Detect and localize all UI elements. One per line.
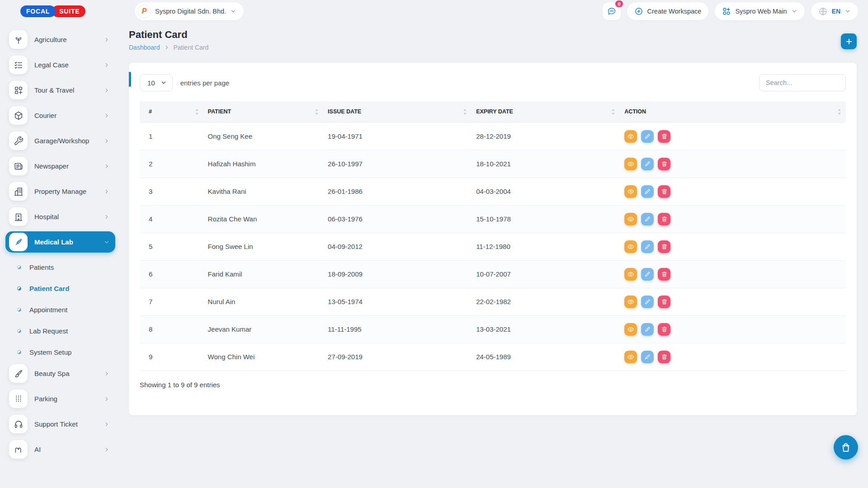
cell-expiry-date: 11-12-1980 — [472, 233, 620, 260]
edit-button[interactable] — [641, 323, 654, 336]
eye-icon — [627, 271, 634, 278]
edit-button[interactable] — [641, 268, 654, 281]
edit-button[interactable] — [641, 213, 654, 225]
sort-icon[interactable] — [837, 108, 841, 115]
view-button[interactable] — [624, 185, 637, 198]
edit-button[interactable] — [641, 351, 654, 363]
table-row: 7Nurul Ain13-05-197422-02-1982 — [140, 288, 846, 315]
column-header-expiry-date: EXPIRY DATE — [476, 108, 513, 115]
row-actions — [624, 288, 841, 315]
add-patient-card-button[interactable] — [841, 33, 857, 49]
page-size-select[interactable]: 10 — [140, 74, 173, 91]
delete-button[interactable] — [658, 351, 670, 363]
view-button[interactable] — [624, 268, 637, 281]
cell-expiry-date: 28-12-2019 — [472, 122, 620, 150]
cell-index: 5 — [140, 233, 203, 260]
delete-button[interactable] — [658, 158, 670, 170]
bullet-icon — [17, 329, 21, 333]
sidebar-item-parking[interactable]: Parking — [5, 388, 115, 409]
sort-icon[interactable] — [195, 108, 199, 115]
sidebar-item-label: Tour & Travel — [34, 86, 104, 94]
pencil-icon — [644, 160, 651, 167]
cell-expiry-date: 13-03-2021 — [472, 315, 620, 343]
sidebar-item-tour-travel[interactable]: Tour & Travel — [5, 80, 115, 101]
edit-button[interactable] — [641, 130, 654, 143]
sidebar-item-beauty-spa[interactable]: Beauty Spa — [5, 363, 115, 384]
brand-logo-primary: FOCAL — [20, 5, 56, 17]
sidebar-item-support-ticket[interactable]: Support Ticket — [5, 413, 115, 435]
sidebar-item-label: Courier — [34, 112, 104, 119]
cell-index: 2 — [140, 150, 203, 178]
delete-button[interactable] — [658, 130, 670, 143]
edit-button[interactable] — [641, 296, 654, 308]
view-button[interactable] — [624, 296, 637, 308]
sidebar-subitem-patients[interactable]: Patients — [5, 257, 115, 278]
entries-per-page-label: entries per page — [180, 79, 229, 87]
cell-index: 9 — [140, 343, 203, 371]
sort-icon[interactable] — [611, 108, 615, 115]
sidebar-item-property-manage[interactable]: Property Manage — [5, 181, 115, 202]
table-body: 1Ong Seng Kee19-04-197128-12-20192Hafiza… — [140, 122, 846, 371]
app-selector[interactable]: Syspro Web Main — [715, 2, 804, 20]
view-button[interactable] — [624, 323, 637, 336]
sidebar-subitem-appointment[interactable]: Appointment — [5, 299, 115, 320]
edit-button[interactable] — [641, 158, 654, 170]
language-selector[interactable]: EN — [811, 2, 858, 20]
patient-card-table: # PATIENT ISSUE DATE EXPIRY DATE ACTION … — [140, 101, 846, 371]
sidebar-item-label: Hospital — [34, 213, 104, 221]
cell-patient: Nurul Ain — [203, 288, 324, 315]
sidebar-item-agriculture[interactable]: Agriculture — [5, 29, 115, 50]
create-workspace-button[interactable]: Create Workspace — [627, 2, 709, 20]
sidebar-item-legal-case[interactable]: Legal Case — [5, 54, 115, 75]
breadcrumb-dashboard-link[interactable]: Dashboard — [129, 44, 160, 51]
hospital-icon — [9, 207, 28, 226]
sidebar-item-medical-lab[interactable]: Medical Lab — [5, 231, 115, 253]
pencil-icon — [644, 188, 651, 195]
trash-icon — [661, 326, 668, 333]
page-title: Patient Card — [129, 29, 208, 41]
sidebar-subitem-lab-request[interactable]: Lab Request — [5, 320, 115, 342]
view-button[interactable] — [624, 158, 637, 170]
sidebar-subitem-system-setup[interactable]: System Setup — [5, 342, 115, 363]
sort-icon[interactable] — [463, 108, 467, 115]
workspace-selector[interactable]: P Syspro Digital Sdn. Bhd. — [135, 2, 244, 20]
cell-issue-date: 13-05-1974 — [323, 288, 472, 315]
sidebar-item-newspaper[interactable]: Newspaper — [5, 155, 115, 177]
view-button[interactable] — [624, 213, 637, 225]
store-fab-button[interactable] — [834, 435, 858, 460]
cell-patient: Rozita Che Wan — [203, 205, 324, 233]
workspace-logo-icon: P — [137, 5, 151, 18]
cell-patient: Ong Seng Kee — [203, 122, 324, 150]
cell-index: 3 — [140, 178, 203, 205]
view-button[interactable] — [624, 130, 637, 143]
sidebar-subitem-label: System Setup — [29, 348, 71, 356]
newspaper-icon — [9, 157, 28, 175]
edit-button[interactable] — [641, 240, 654, 253]
delete-button[interactable] — [658, 268, 670, 281]
delete-button[interactable] — [658, 323, 670, 336]
sidebar-subitem-patient-card[interactable]: Patient Card — [5, 278, 115, 299]
eye-icon — [627, 216, 634, 223]
headset-icon — [9, 415, 28, 433]
bullet-icon — [17, 350, 21, 354]
sidebar-nav: AgricultureLegal CaseTour & TravelCourie… — [0, 23, 129, 488]
sidebar-item-hospital[interactable]: Hospital — [5, 206, 115, 227]
sidebar-item-ai[interactable]: AI — [5, 439, 115, 460]
delete-button[interactable] — [658, 185, 670, 198]
column-header-action: ACTION — [624, 108, 646, 115]
chevron-down-icon — [791, 8, 797, 14]
view-button[interactable] — [624, 240, 637, 253]
delete-button[interactable] — [658, 213, 670, 225]
sort-icon[interactable] — [315, 108, 319, 115]
messages-button[interactable]: 0 — [603, 2, 621, 20]
delete-button[interactable] — [658, 240, 670, 253]
search-input[interactable] — [759, 74, 846, 91]
chevron-right-icon — [104, 37, 110, 43]
sidebar-item-courier[interactable]: Courier — [5, 105, 115, 126]
edit-button[interactable] — [641, 185, 654, 198]
delete-button[interactable] — [658, 296, 670, 308]
sidebar-item-garage-workshop[interactable]: Garage/Workshop — [5, 130, 115, 151]
chevron-right-icon — [104, 113, 110, 119]
trash-icon — [661, 298, 668, 305]
view-button[interactable] — [624, 351, 637, 363]
